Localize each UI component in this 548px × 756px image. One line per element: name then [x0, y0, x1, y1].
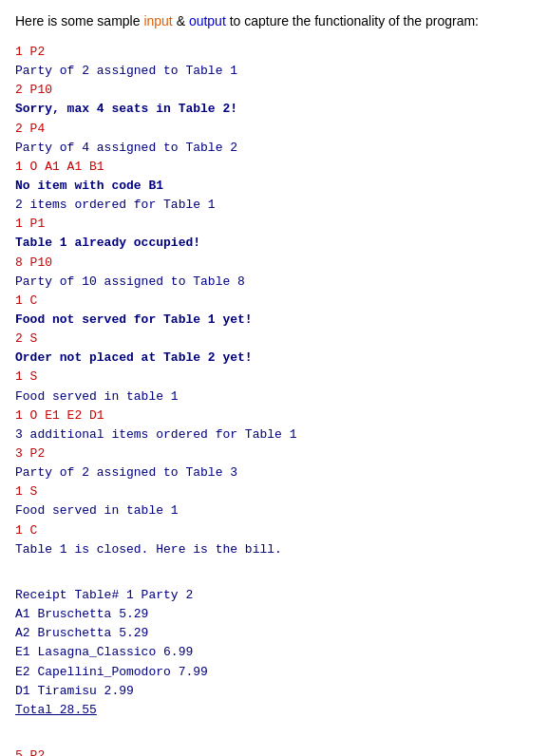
code-line: 2 P10: [15, 81, 533, 100]
code-line: Order not placed at Table 2 yet!: [15, 349, 533, 368]
code-line: Total 28.55: [15, 701, 533, 720]
output-keyword: output: [189, 13, 226, 28]
code-block: 1 P2Party of 2 assigned to Table 12 P10S…: [15, 43, 533, 756]
code-line: E2 Capellini_Pomodoro 7.99: [15, 663, 533, 682]
intro-before: Here is some sample: [15, 13, 143, 28]
code-line: 1 O A1 A1 B1: [15, 158, 533, 177]
code-line: 8 P10: [15, 254, 533, 273]
code-line: Party of 10 assigned to Table 8: [15, 273, 533, 292]
code-line: A2 Bruschetta 5.29: [15, 624, 533, 643]
code-line: Food not served for Table 1 yet!: [15, 311, 533, 330]
code-line: 1 S: [15, 482, 533, 501]
code-line: 1 O E1 E2 D1: [15, 406, 533, 425]
input-keyword: input: [143, 13, 172, 28]
code-line: 1 S: [15, 368, 533, 387]
blank-line: [15, 728, 533, 747]
code-line: Food served in table 1: [15, 501, 533, 520]
code-line: D1 Tiramisu 2.99: [15, 682, 533, 701]
intro-text: Here is some sample input & output to ca…: [15, 11, 533, 31]
code-line: 3 additional items ordered for Table 1: [15, 425, 533, 444]
code-line: Receipt Table# 1 Party 2: [15, 586, 533, 605]
intro-amp: &: [173, 13, 189, 28]
code-line: 1 C: [15, 292, 533, 311]
code-line: A1 Bruschetta 5.29: [15, 605, 533, 624]
code-line: Party of 2 assigned to Table 1: [15, 62, 533, 81]
code-line: Party of 2 assigned to Table 3: [15, 463, 533, 482]
code-line: Food served in table 1: [15, 387, 533, 406]
code-line: 3 P2: [15, 444, 533, 463]
code-line: 5 P2: [15, 747, 533, 756]
code-line: Sorry, max 4 seats in Table 2!: [15, 100, 533, 119]
code-line: No item with code B1: [15, 177, 533, 196]
code-line: 1 P2: [15, 43, 533, 62]
code-line: 2 S: [15, 330, 533, 349]
code-line: 2 P4: [15, 120, 533, 139]
code-line: Table 1 already occupied!: [15, 234, 533, 253]
blank-line: [15, 567, 533, 586]
code-line: E1 Lasagna_Classico 6.99: [15, 643, 533, 662]
code-line: 1 C: [15, 521, 533, 540]
code-line: 1 P1: [15, 215, 533, 234]
code-line: Table 1 is closed. Here is the bill.: [15, 540, 533, 559]
code-line: Party of 4 assigned to Table 2: [15, 139, 533, 158]
code-line: 2 items ordered for Table 1: [15, 196, 533, 215]
intro-after: to capture the functionality of the prog…: [226, 13, 479, 28]
